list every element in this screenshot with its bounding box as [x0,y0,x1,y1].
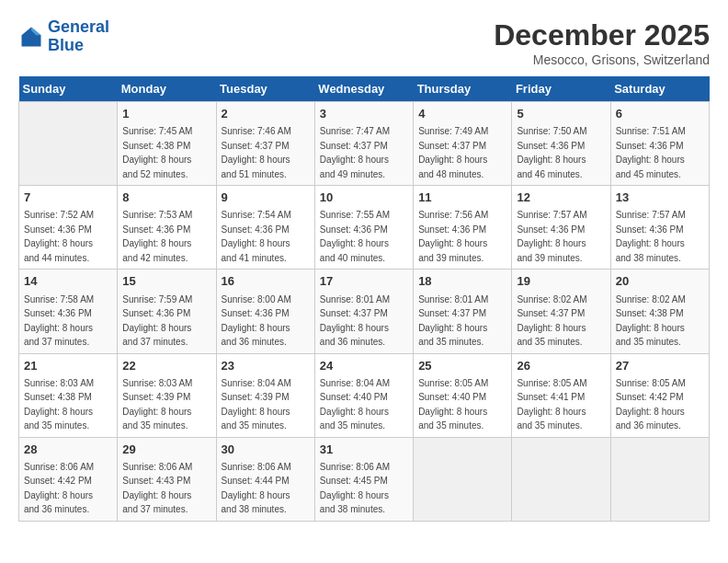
day-number: 27 [616,358,704,374]
page-header: General Blue December 2025 Mesocco, Gris… [18,18,710,67]
calendar-cell [19,102,118,186]
calendar-table: SundayMondayTuesdayWednesdayThursdayFrid… [18,76,710,522]
logo-line1: General [48,17,109,36]
day-info: Sunrise: 7:57 AM Sunset: 4:36 PM Dayligh… [517,210,586,263]
day-number: 30 [222,442,310,458]
calendar-cell: 30Sunrise: 8:06 AM Sunset: 4:44 PM Dayli… [216,437,314,521]
calendar-cell: 12Sunrise: 7:57 AM Sunset: 4:36 PM Dayli… [512,186,610,270]
day-number: 24 [320,358,408,374]
day-number: 6 [616,106,704,122]
calendar-cell: 15Sunrise: 7:59 AM Sunset: 4:36 PM Dayli… [118,270,216,353]
day-info: Sunrise: 8:04 AM Sunset: 4:39 PM Dayligh… [222,378,291,431]
day-number: 18 [418,273,506,290]
calendar-cell: 18Sunrise: 8:01 AM Sunset: 4:37 PM Dayli… [414,270,512,353]
day-info: Sunrise: 8:04 AM Sunset: 4:40 PM Dayligh… [320,378,390,431]
day-info: Sunrise: 8:06 AM Sunset: 4:42 PM Dayligh… [24,462,94,515]
calendar-cell: 8Sunrise: 7:53 AM Sunset: 4:36 PM Daylig… [118,186,216,270]
calendar-cell [414,437,512,521]
calendar-cell: 16Sunrise: 8:00 AM Sunset: 4:36 PM Dayli… [216,270,314,353]
calendar-cell: 25Sunrise: 8:05 AM Sunset: 4:40 PM Dayli… [414,353,512,437]
day-number: 14 [24,273,112,290]
calendar-cell: 17Sunrise: 8:01 AM Sunset: 4:37 PM Dayli… [314,270,413,353]
day-number: 19 [517,273,605,290]
day-info: Sunrise: 8:05 AM Sunset: 4:40 PM Dayligh… [418,378,488,431]
header-day-sunday: Sunday [19,76,118,102]
calendar-cell: 10Sunrise: 7:55 AM Sunset: 4:36 PM Dayli… [314,186,413,270]
calendar-cell: 4Sunrise: 7:49 AM Sunset: 4:37 PM Daylig… [414,102,512,186]
calendar-header: SundayMondayTuesdayWednesdayThursdayFrid… [19,76,710,102]
calendar-cell: 7Sunrise: 7:52 AM Sunset: 4:36 PM Daylig… [19,186,118,270]
week-row-2: 7Sunrise: 7:52 AM Sunset: 4:36 PM Daylig… [19,186,710,270]
calendar-cell: 21Sunrise: 8:03 AM Sunset: 4:38 PM Dayli… [19,353,118,437]
day-number: 10 [320,190,408,206]
logo-line2: Blue [48,36,84,54]
calendar-cell: 2Sunrise: 7:46 AM Sunset: 4:37 PM Daylig… [216,102,314,186]
calendar-cell: 5Sunrise: 7:50 AM Sunset: 4:36 PM Daylig… [512,102,610,186]
day-number: 5 [517,106,605,122]
logo-icon [18,24,44,50]
calendar-cell: 20Sunrise: 8:02 AM Sunset: 4:38 PM Dayli… [610,270,709,353]
calendar-cell: 26Sunrise: 8:05 AM Sunset: 4:41 PM Dayli… [512,353,610,437]
calendar-cell [512,437,610,521]
header-day-thursday: Thursday [414,76,512,102]
day-info: Sunrise: 7:54 AM Sunset: 4:36 PM Dayligh… [222,210,291,263]
day-info: Sunrise: 7:52 AM Sunset: 4:36 PM Dayligh… [24,210,94,263]
logo-text: General Blue [48,18,109,55]
day-info: Sunrise: 7:59 AM Sunset: 4:36 PM Dayligh… [122,294,192,348]
calendar-cell [610,437,709,521]
calendar-cell: 31Sunrise: 8:06 AM Sunset: 4:45 PM Dayli… [314,437,413,521]
day-number: 29 [122,442,210,458]
day-number: 22 [122,358,210,374]
day-number: 15 [122,273,210,290]
header-day-tuesday: Tuesday [216,76,314,102]
day-number: 25 [418,358,506,374]
day-info: Sunrise: 7:51 AM Sunset: 4:36 PM Dayligh… [616,126,686,179]
day-number: 28 [24,442,112,458]
calendar-cell: 9Sunrise: 7:54 AM Sunset: 4:36 PM Daylig… [216,186,314,270]
day-info: Sunrise: 8:02 AM Sunset: 4:37 PM Dayligh… [517,294,586,348]
day-number: 17 [320,273,408,290]
day-info: Sunrise: 7:58 AM Sunset: 4:36 PM Dayligh… [24,294,94,348]
day-number: 13 [616,190,704,206]
calendar-cell: 6Sunrise: 7:51 AM Sunset: 4:36 PM Daylig… [610,102,709,186]
day-info: Sunrise: 7:50 AM Sunset: 4:36 PM Dayligh… [517,126,586,179]
calendar-cell: 24Sunrise: 8:04 AM Sunset: 4:40 PM Dayli… [314,353,413,437]
calendar-cell: 29Sunrise: 8:06 AM Sunset: 4:43 PM Dayli… [118,437,216,521]
day-info: Sunrise: 8:01 AM Sunset: 4:37 PM Dayligh… [320,294,390,348]
header-day-monday: Monday [118,76,216,102]
calendar-cell: 1Sunrise: 7:45 AM Sunset: 4:38 PM Daylig… [118,102,216,186]
calendar-cell: 28Sunrise: 8:06 AM Sunset: 4:42 PM Dayli… [19,437,118,521]
title-block: December 2025 Mesocco, Grisons, Switzerl… [494,18,710,67]
day-info: Sunrise: 8:06 AM Sunset: 4:44 PM Dayligh… [222,462,291,515]
header-day-wednesday: Wednesday [314,76,413,102]
day-info: Sunrise: 8:03 AM Sunset: 4:39 PM Dayligh… [122,378,192,431]
day-info: Sunrise: 7:53 AM Sunset: 4:36 PM Dayligh… [122,210,192,263]
calendar-cell: 13Sunrise: 7:57 AM Sunset: 4:36 PM Dayli… [610,186,709,270]
day-number: 1 [122,106,210,122]
day-info: Sunrise: 8:06 AM Sunset: 4:45 PM Dayligh… [320,462,390,515]
day-info: Sunrise: 8:02 AM Sunset: 4:38 PM Dayligh… [616,294,686,348]
week-row-1: 1Sunrise: 7:45 AM Sunset: 4:38 PM Daylig… [19,102,710,186]
day-info: Sunrise: 8:05 AM Sunset: 4:41 PM Dayligh… [517,378,586,431]
week-row-5: 28Sunrise: 8:06 AM Sunset: 4:42 PM Dayli… [19,437,710,521]
day-info: Sunrise: 8:05 AM Sunset: 4:42 PM Dayligh… [616,378,686,431]
day-number: 11 [418,190,506,206]
day-number: 26 [517,358,605,374]
calendar-body: 1Sunrise: 7:45 AM Sunset: 4:38 PM Daylig… [19,102,710,522]
day-number: 3 [320,106,408,122]
logo: General Blue [18,18,109,55]
day-number: 8 [122,190,210,206]
day-info: Sunrise: 8:00 AM Sunset: 4:36 PM Dayligh… [222,294,291,348]
calendar-cell: 3Sunrise: 7:47 AM Sunset: 4:37 PM Daylig… [314,102,413,186]
day-number: 21 [24,358,112,374]
location: Mesocco, Grisons, Switzerland [494,52,710,67]
day-info: Sunrise: 7:55 AM Sunset: 4:36 PM Dayligh… [320,210,390,263]
day-number: 7 [24,190,112,206]
calendar-cell: 23Sunrise: 8:04 AM Sunset: 4:39 PM Dayli… [216,353,314,437]
header-row: SundayMondayTuesdayWednesdayThursdayFrid… [19,76,710,102]
day-info: Sunrise: 7:49 AM Sunset: 4:37 PM Dayligh… [418,126,488,179]
week-row-3: 14Sunrise: 7:58 AM Sunset: 4:36 PM Dayli… [19,270,710,353]
day-info: Sunrise: 7:46 AM Sunset: 4:37 PM Dayligh… [222,126,291,179]
header-day-friday: Friday [512,76,610,102]
week-row-4: 21Sunrise: 8:03 AM Sunset: 4:38 PM Dayli… [19,353,710,437]
